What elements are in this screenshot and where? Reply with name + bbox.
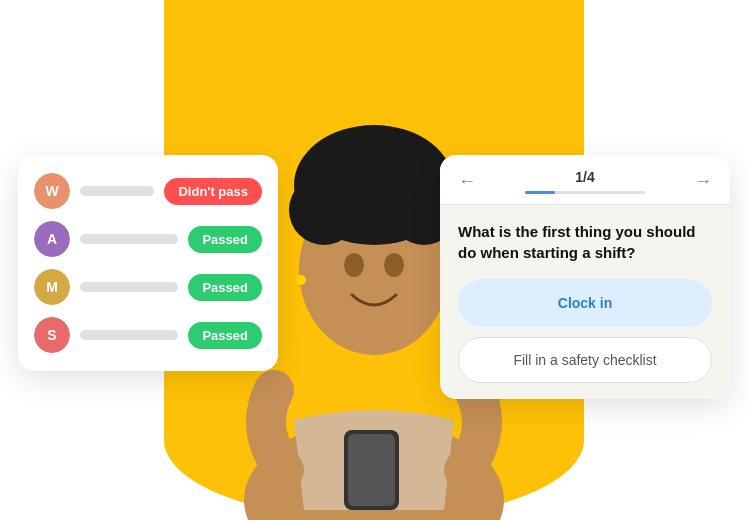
- name-bar: [80, 330, 178, 340]
- prev-arrow-icon[interactable]: ←: [458, 171, 476, 192]
- answer-option-clock-in[interactable]: Clock in: [458, 279, 712, 327]
- svg-point-10: [384, 253, 404, 277]
- avatar: W: [34, 173, 70, 209]
- avatar: S: [34, 317, 70, 353]
- name-bar: [80, 186, 154, 196]
- question-text: What is the first thing you should do wh…: [458, 221, 712, 263]
- svg-point-9: [344, 253, 364, 277]
- results-card: W Didn't pass A Passed M Passed S Passed: [18, 155, 278, 371]
- quiz-card: ← 1/4 → What is the first thing you shou…: [440, 155, 730, 399]
- progress-container: 1/4: [476, 169, 694, 194]
- status-badge: Passed: [188, 322, 262, 349]
- status-badge: Didn't pass: [164, 178, 262, 205]
- progress-track: [525, 191, 645, 194]
- result-row: W Didn't pass: [34, 173, 262, 209]
- card-body: What is the first thing you should do wh…: [440, 205, 730, 399]
- avatar: A: [34, 221, 70, 257]
- next-arrow-icon[interactable]: →: [694, 171, 712, 192]
- result-row: M Passed: [34, 269, 262, 305]
- card-header: ← 1/4 →: [440, 155, 730, 205]
- name-bar: [80, 234, 178, 244]
- svg-point-11: [296, 275, 306, 285]
- result-row: S Passed: [34, 317, 262, 353]
- avatar: M: [34, 269, 70, 305]
- answer-option-safety[interactable]: Fill in a safety checklist: [458, 337, 712, 383]
- svg-rect-13: [348, 434, 395, 506]
- progress-text: 1/4: [476, 169, 694, 185]
- status-badge: Passed: [188, 226, 262, 253]
- status-badge: Passed: [188, 274, 262, 301]
- result-row: A Passed: [34, 221, 262, 257]
- name-bar: [80, 282, 178, 292]
- progress-fill: [525, 191, 555, 194]
- svg-point-8: [346, 137, 402, 193]
